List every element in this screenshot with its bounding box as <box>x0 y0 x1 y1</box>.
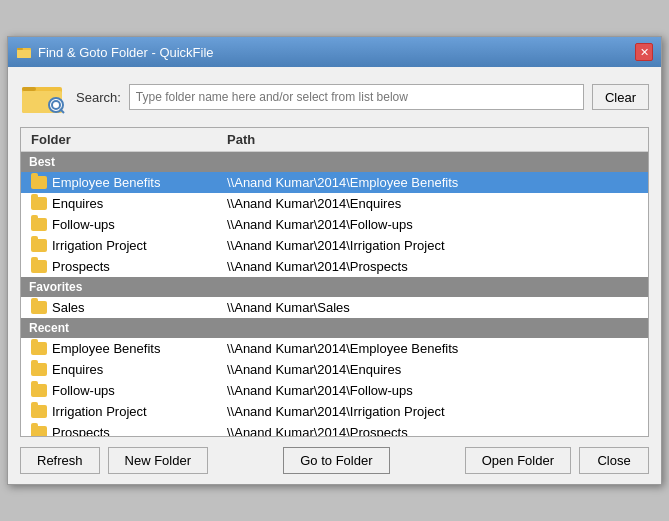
search-label: Search: <box>76 90 121 105</box>
section-recent: Recent <box>21 318 648 338</box>
svg-rect-5 <box>22 87 36 91</box>
search-bar: Search: Clear <box>8 67 661 127</box>
list-item[interactable]: Prospects \\Anand Kumar\2014\Prospects <box>21 256 648 277</box>
footer-left: Refresh New Folder <box>20 447 208 474</box>
folder-search-icon <box>20 77 68 117</box>
title-bar: Find & Goto Folder - QuickFile ✕ <box>8 37 661 67</box>
list-item[interactable]: Irrigation Project \\Anand Kumar\2014\Ir… <box>21 401 648 422</box>
section-best: Best <box>21 152 648 172</box>
section-favorites: Favorites <box>21 277 648 297</box>
list-item[interactable]: Enquires \\Anand Kumar\2014\Enquires <box>21 193 648 214</box>
list-item[interactable]: Employee Benefits \\Anand Kumar\2014\Emp… <box>21 172 648 193</box>
list-item[interactable]: Enquires \\Anand Kumar\2014\Enquires <box>21 359 648 380</box>
folder-icon <box>31 218 47 231</box>
folder-list: Folder Path Best Employee Benefits \\Ana… <box>20 127 649 437</box>
svg-rect-2 <box>17 48 23 50</box>
footer: Refresh New Folder Go to Folder Open Fol… <box>8 437 661 484</box>
folder-icon <box>31 405 47 418</box>
list-item[interactable]: Follow-ups \\Anand Kumar\2014\Follow-ups <box>21 380 648 401</box>
window-title: Find & Goto Folder - QuickFile <box>38 45 214 60</box>
open-folder-button[interactable]: Open Folder <box>465 447 571 474</box>
refresh-button[interactable]: Refresh <box>20 447 100 474</box>
column-header-path: Path <box>227 132 642 147</box>
list-item[interactable]: Prospects \\Anand Kumar\2014\Prospects <box>21 422 648 437</box>
folder-icon <box>31 197 47 210</box>
folder-icon <box>31 260 47 273</box>
search-input[interactable] <box>129 84 584 110</box>
svg-rect-1 <box>17 50 31 58</box>
title-bar-left: Find & Goto Folder - QuickFile <box>16 44 214 60</box>
folder-icon <box>31 426 47 437</box>
folder-icon <box>31 239 47 252</box>
list-item[interactable]: Follow-ups \\Anand Kumar\2014\Follow-ups <box>21 214 648 235</box>
main-window: Find & Goto Folder - QuickFile ✕ Search:… <box>7 36 662 485</box>
column-header-folder: Folder <box>27 132 227 147</box>
close-button[interactable]: Close <box>579 447 649 474</box>
folder-icon <box>31 363 47 376</box>
list-item[interactable]: Irrigation Project \\Anand Kumar\2014\Ir… <box>21 235 648 256</box>
goto-folder-button[interactable]: Go to Folder <box>283 447 389 474</box>
clear-button[interactable]: Clear <box>592 84 649 110</box>
list-item[interactable]: Sales \\Anand Kumar\Sales <box>21 297 648 318</box>
folder-icon <box>31 384 47 397</box>
table-header: Folder Path <box>21 128 648 152</box>
footer-center: Go to Folder <box>283 447 389 474</box>
list-item[interactable]: Employee Benefits \\Anand Kumar\2014\Emp… <box>21 338 648 359</box>
app-icon <box>16 44 32 60</box>
folder-icon <box>31 342 47 355</box>
folder-icon <box>31 176 47 189</box>
window-close-button[interactable]: ✕ <box>635 43 653 61</box>
new-folder-button[interactable]: New Folder <box>108 447 208 474</box>
folder-icon <box>31 301 47 314</box>
footer-right: Open Folder Close <box>465 447 649 474</box>
